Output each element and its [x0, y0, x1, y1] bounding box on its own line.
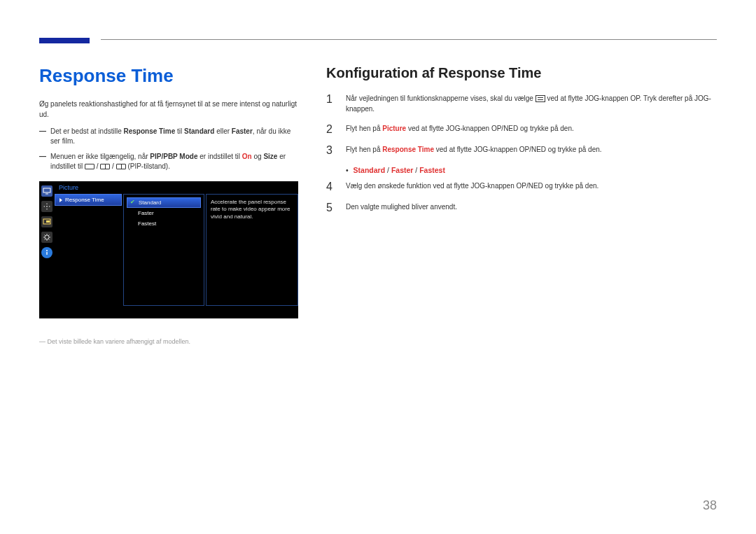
image-footnote: ― Det viste billede kan variere afhængig…	[39, 338, 298, 345]
gear-icon	[41, 232, 52, 243]
step-1: 1 Når vejledningen til funktionsknappern…	[326, 94, 717, 114]
svg-rect-7	[46, 252, 47, 255]
section-title: Response Time	[39, 65, 298, 87]
layout-icon-split2	[116, 164, 126, 169]
osd-section-title: Picture	[55, 181, 298, 194]
osd-option-standard: Standard	[127, 197, 201, 208]
header-accent-bar	[39, 38, 90, 43]
header-divider	[101, 39, 717, 40]
subsection-title: Konfiguration af Response Time	[326, 65, 717, 81]
note-2: ― Menuen er ikke tilgængelig, når PIP/PB…	[39, 152, 298, 171]
move-icon	[41, 201, 52, 212]
intro-text: Øg panelets reaktionshastighed for at få…	[39, 99, 298, 120]
svg-point-6	[46, 250, 48, 251]
osd-menu-item-selected: Response Time	[55, 194, 122, 206]
options-bullet: • Standard / Faster / Fastest	[346, 166, 717, 174]
osd-options-col: Standard Faster Fastest	[123, 194, 204, 306]
svg-point-2	[46, 206, 48, 207]
osd-description: Accelerate the panel response rate to ma…	[206, 194, 298, 306]
monitor-icon	[41, 185, 52, 197]
step-5: 5 Den valgte mulighed bliver anvendt.	[326, 202, 717, 213]
page-number: 38	[703, 498, 717, 513]
svg-rect-0	[43, 188, 50, 192]
osd-sidebar	[39, 181, 55, 318]
osd-option-faster: Faster	[127, 208, 201, 218]
osd-option-fastest: Fastest	[127, 218, 201, 229]
layout-icon-split	[100, 164, 110, 169]
svg-rect-4	[46, 220, 50, 223]
osd-menu-col: Response Time	[55, 194, 122, 306]
note-1: ― Det er bedst at indstille Response Tim…	[39, 127, 298, 146]
step-3: 3 Flyt hen på Response Time ved at flytt…	[326, 145, 717, 156]
step-2: 2 Flyt hen på Picture ved at flytte JOG-…	[326, 124, 717, 135]
osd-screenshot: Picture Response Time Standard Faster Fa…	[39, 181, 298, 318]
pip-icon	[41, 216, 52, 227]
triangle-right-icon	[59, 198, 62, 202]
menu-icon	[536, 95, 545, 102]
layout-icon-full	[85, 164, 94, 169]
info-icon	[41, 247, 52, 258]
step-4: 4 Vælg den ønskede funktion ved at flytt…	[326, 181, 717, 192]
